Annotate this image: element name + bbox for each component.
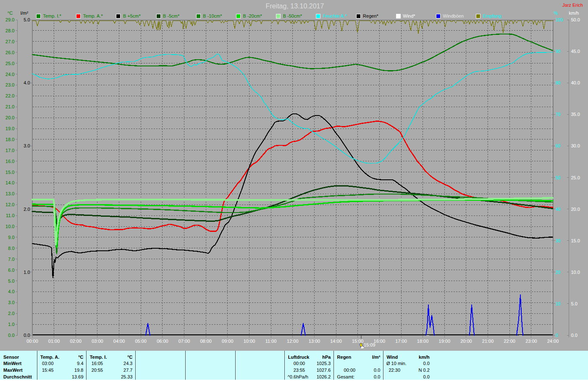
svg-text:18:00: 18:00 xyxy=(417,339,429,344)
svg-text:25.0: 25.0 xyxy=(571,175,580,180)
svg-text:08:00: 08:00 xyxy=(200,339,212,344)
svg-text:20:00: 20:00 xyxy=(460,339,472,344)
svg-text:24.0: 24.0 xyxy=(5,72,14,77)
svg-text:l/m²: l/m² xyxy=(21,11,29,16)
svg-text:04:00: 04:00 xyxy=(113,339,125,344)
svg-text:B -10cm*: B -10cm* xyxy=(203,13,222,18)
svg-text:1.0: 1.0 xyxy=(8,322,14,327)
svg-text:1025.3: 1025.3 xyxy=(317,361,331,366)
svg-text:40: 40 xyxy=(556,207,561,212)
svg-text:25.33: 25.33 xyxy=(121,374,133,379)
svg-text:16:00: 16:00 xyxy=(374,339,386,344)
svg-text:l/m²: l/m² xyxy=(372,355,381,360)
svg-text:80: 80 xyxy=(556,80,561,85)
svg-text:22.0: 22.0 xyxy=(5,93,14,98)
svg-text:30: 30 xyxy=(556,238,561,243)
svg-text:0.0: 0.0 xyxy=(423,361,430,366)
svg-text:12.0: 12.0 xyxy=(5,202,14,207)
svg-text:03:00: 03:00 xyxy=(42,361,54,366)
svg-text:06:00: 06:00 xyxy=(157,339,168,344)
svg-text:Windböen: Windböen xyxy=(443,13,464,18)
svg-text:6.0: 6.0 xyxy=(8,268,14,273)
svg-text:40.0: 40.0 xyxy=(571,80,580,85)
svg-text:19:00: 19:00 xyxy=(439,339,451,344)
svg-text:23:00: 23:00 xyxy=(525,339,537,344)
svg-text:MaxWert: MaxWert xyxy=(3,368,23,373)
svg-text:21.0: 21.0 xyxy=(5,104,14,109)
svg-text:45.0: 45.0 xyxy=(571,49,580,54)
svg-text:1.0: 1.0 xyxy=(24,270,30,275)
svg-text:9.4: 9.4 xyxy=(77,361,83,366)
svg-text:07:00: 07:00 xyxy=(178,339,190,344)
svg-text:10:00: 10:00 xyxy=(244,339,255,344)
svg-text:22:00: 22:00 xyxy=(504,339,515,344)
svg-text:°C: °C xyxy=(127,355,132,360)
svg-text:0.0: 0.0 xyxy=(374,368,380,373)
svg-text:18.0: 18.0 xyxy=(5,137,14,142)
svg-text:Regen*: Regen* xyxy=(363,13,378,18)
svg-text:11:00: 11:00 xyxy=(265,339,277,344)
svg-text:0.0: 0.0 xyxy=(374,374,380,379)
svg-text:B -50cm*: B -50cm* xyxy=(283,13,302,18)
svg-text:Wind: Wind xyxy=(387,355,398,360)
svg-text:N 0.2: N 0.2 xyxy=(419,368,430,373)
svg-text:5.0: 5.0 xyxy=(8,279,14,284)
svg-text:km/h: km/h xyxy=(569,11,579,16)
svg-text:Wind*: Wind* xyxy=(403,13,415,18)
svg-text:28.0: 28.0 xyxy=(5,28,14,33)
svg-text:02:00: 02:00 xyxy=(70,339,82,344)
svg-text:2.0: 2.0 xyxy=(24,207,30,212)
svg-text:20.0: 20.0 xyxy=(5,115,14,120)
svg-text:19.0: 19.0 xyxy=(5,126,14,131)
svg-text:Luftdruck: Luftdruck xyxy=(288,355,310,360)
svg-text:12:00: 12:00 xyxy=(287,339,299,344)
svg-text:20: 20 xyxy=(556,270,561,275)
svg-text:35.0: 35.0 xyxy=(571,112,580,117)
svg-text:1026.2: 1026.2 xyxy=(317,374,331,379)
svg-text:11.0: 11.0 xyxy=(6,213,15,218)
svg-text:2.0: 2.0 xyxy=(8,311,14,316)
svg-text:15:00: 15:00 xyxy=(352,339,364,344)
svg-text:B -5cm*: B -5cm* xyxy=(163,13,180,18)
svg-text:15:45: 15:45 xyxy=(42,368,54,373)
svg-text:14:00: 14:00 xyxy=(330,339,342,344)
svg-text:13:00: 13:00 xyxy=(309,339,320,344)
svg-text:03:00: 03:00 xyxy=(92,339,103,344)
svg-text:24.3: 24.3 xyxy=(123,361,132,366)
svg-text:^0.6hPa/h: ^0.6hPa/h xyxy=(288,374,308,379)
svg-text:0.0: 0.0 xyxy=(24,333,30,338)
svg-text:4.0: 4.0 xyxy=(24,80,30,85)
svg-text:10.0: 10.0 xyxy=(5,224,14,229)
svg-text:25.0: 25.0 xyxy=(5,61,14,66)
svg-text:0.0: 0.0 xyxy=(571,333,578,338)
svg-text:19.8: 19.8 xyxy=(74,368,83,373)
svg-text:0: 0 xyxy=(556,333,558,338)
svg-text:17.0: 17.0 xyxy=(5,148,14,153)
svg-text:23:55: 23:55 xyxy=(294,368,305,373)
svg-text:60: 60 xyxy=(556,143,561,148)
svg-text:05:00: 05:00 xyxy=(135,339,147,344)
svg-text:0.0: 0.0 xyxy=(423,374,430,379)
svg-text:23.0: 23.0 xyxy=(5,82,14,87)
svg-text:Empfang: Empfang xyxy=(483,13,501,18)
svg-text:10: 10 xyxy=(556,301,561,306)
svg-text:MinWert: MinWert xyxy=(3,361,22,366)
svg-text:20.0: 20.0 xyxy=(571,207,580,212)
svg-text:50.0: 50.0 xyxy=(571,17,580,22)
svg-text:17:00: 17:00 xyxy=(395,339,407,344)
svg-text:9.0: 9.0 xyxy=(8,235,14,240)
svg-text:Temp. I.*: Temp. I.* xyxy=(43,13,62,18)
svg-text:15.0: 15.0 xyxy=(571,238,580,243)
svg-text:5.0: 5.0 xyxy=(24,17,30,22)
svg-text:0.0: 0.0 xyxy=(8,333,14,338)
svg-text:Temp. A.*: Temp. A.* xyxy=(83,13,103,18)
svg-text:24:00: 24:00 xyxy=(547,339,559,344)
svg-text:%: % xyxy=(554,11,558,16)
svg-text:00:00: 00:00 xyxy=(344,368,356,373)
svg-text:30.0: 30.0 xyxy=(571,143,580,148)
svg-text:hPa: hPa xyxy=(322,355,331,360)
svg-text:Feuchte A.*: Feuchte A.* xyxy=(323,13,347,18)
svg-text:°C: °C xyxy=(78,355,83,360)
svg-text:15.0: 15.0 xyxy=(5,170,14,175)
svg-text:14.0: 14.0 xyxy=(5,180,14,185)
